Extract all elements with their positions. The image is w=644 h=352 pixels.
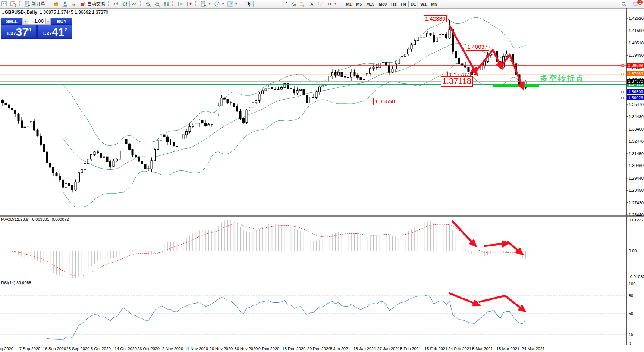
- candle-body: [113, 161, 114, 166]
- trend-arrow[interactable]: [452, 221, 475, 246]
- level-line-handle[interactable]: [622, 91, 624, 93]
- trend-arrow[interactable]: [484, 243, 508, 246]
- level-line-handle[interactable]: [622, 73, 624, 75]
- sell-price-pips: 37: [16, 26, 28, 38]
- buy-price-point: 2: [64, 27, 67, 32]
- candle-body: [332, 73, 333, 76]
- macd-indicator-label: MACD(12,26,9) -0.003301 -0.000072: [1, 217, 69, 221]
- trend-arrow[interactable]: [510, 55, 523, 89]
- candle-body: [205, 123, 207, 126]
- bull-bear-turning-point-annotation[interactable]: 多空转折点: [540, 73, 585, 84]
- trend-arrow[interactable]: [507, 241, 522, 254]
- callout-lead-line: [447, 18, 450, 21]
- candle-body: [347, 77, 349, 78]
- candle-body: [167, 137, 169, 142]
- candle-body: [274, 89, 276, 89]
- trend-arrow[interactable]: [477, 50, 493, 70]
- price-tick-1.40510: 1.40510: [629, 41, 644, 45]
- price-tick-1.33460: 1.33460: [629, 127, 644, 131]
- price-callout-1.37118[interactable]: 1.37118: [441, 76, 473, 87]
- sell-price-prefix: 1.37: [6, 31, 16, 36]
- candle-body: [389, 65, 390, 72]
- candle-body: [122, 139, 124, 151]
- candle-body: [24, 127, 26, 127]
- candle-body: [129, 144, 131, 149]
- candle-body: [151, 161, 153, 169]
- sell-price-point: 0: [28, 27, 31, 32]
- trend-arrow[interactable]: [449, 293, 479, 305]
- candle-body: [249, 108, 251, 110]
- price-callout-1.42380[interactable]: 1.42380: [424, 15, 447, 22]
- candle-body: [290, 89, 292, 89]
- candle-body: [439, 34, 441, 38]
- candle-body: [46, 152, 48, 163]
- candle-body: [271, 87, 273, 89]
- buy-button[interactable]: BUY: [51, 18, 72, 25]
- candle-body: [252, 103, 254, 108]
- price-tick-1.34480: 1.34480: [629, 114, 644, 119]
- candle-body: [312, 97, 314, 97]
- price-tick-1.26440: 1.26440: [629, 213, 644, 217]
- candle-body: [201, 120, 203, 123]
- candle-body: [414, 41, 416, 45]
- date-label: 8 Jan 2021: [330, 346, 350, 351]
- candle-body: [262, 91, 264, 94]
- candle-body: [91, 154, 92, 159]
- volume-increase-button[interactable]: ▲: [45, 18, 51, 24]
- date-label: 5 Feb 2021: [400, 346, 421, 351]
- candle-body: [411, 45, 412, 49]
- candle-body: [62, 180, 64, 187]
- level-line-handle[interactable]: [622, 65, 624, 67]
- sell-button[interactable]: SELL: [1, 18, 22, 25]
- price-tick-1.29440: 1.29440: [629, 176, 644, 180]
- candle-body: [385, 63, 387, 65]
- trend-arrow[interactable]: [505, 296, 525, 311]
- rsi-tick-100: 100: [629, 282, 644, 286]
- candle-body: [157, 141, 159, 149]
- sell-price[interactable]: 1.37370: [1, 25, 37, 39]
- candle-body: [404, 54, 406, 57]
- trend-arrow[interactable]: [479, 296, 505, 302]
- date-label: 8 Aug 2020: [0, 346, 13, 351]
- candle-body: [138, 157, 140, 161]
- candle-body: [59, 176, 61, 180]
- candle-body: [37, 130, 38, 136]
- volume-control: ▼ ▲: [22, 18, 51, 25]
- date-label: 20 Nov 2020: [210, 346, 233, 351]
- macd-tick-0.012372: 0.012372: [629, 218, 644, 222]
- price-callout-1.35658[interactable]: 1.35658: [373, 98, 396, 105]
- candle-body: [224, 98, 226, 99]
- candle-body: [284, 83, 286, 87]
- price-callout-1.40037[interactable]: 1.40037: [466, 44, 489, 51]
- level-line-handle[interactable]: [622, 97, 624, 99]
- volume-input[interactable]: [28, 18, 45, 24]
- support-highlight-bar[interactable]: [493, 84, 539, 87]
- chart-marker-icon: ▴: [2, 11, 4, 15]
- candle-body: [446, 34, 447, 38]
- price-flag-1.36023: 1.36023: [627, 95, 644, 100]
- candle-body: [176, 146, 178, 147]
- candle-body: [21, 121, 23, 128]
- candle-body: [40, 136, 42, 144]
- macd-tick--0.010374: -0.010374: [629, 274, 644, 279]
- price-tick-1.32470: 1.32470: [629, 139, 644, 144]
- buy-price[interactable]: 1.37412: [37, 25, 73, 39]
- date-label: 11 Nov 2020: [185, 346, 208, 351]
- candle-body: [408, 49, 409, 54]
- candle-body: [382, 63, 384, 63]
- candle-body: [373, 67, 374, 69]
- candle-body: [344, 77, 346, 77]
- rsi-tick-80: 80: [629, 293, 644, 298]
- candle-body: [68, 183, 70, 185]
- volume-decrease-button[interactable]: ▼: [23, 18, 28, 24]
- candle-body: [319, 87, 321, 92]
- date-label: 7 Sep 2020: [19, 346, 40, 351]
- candle-body: [376, 67, 378, 68]
- candle-body: [417, 37, 419, 41]
- candle-body: [125, 139, 127, 144]
- candle-body: [474, 74, 476, 75]
- candle-body: [246, 110, 248, 123]
- candle-body: [208, 124, 210, 126]
- rsi-tick-15: 15: [629, 332, 644, 337]
- candle-body: [106, 157, 108, 161]
